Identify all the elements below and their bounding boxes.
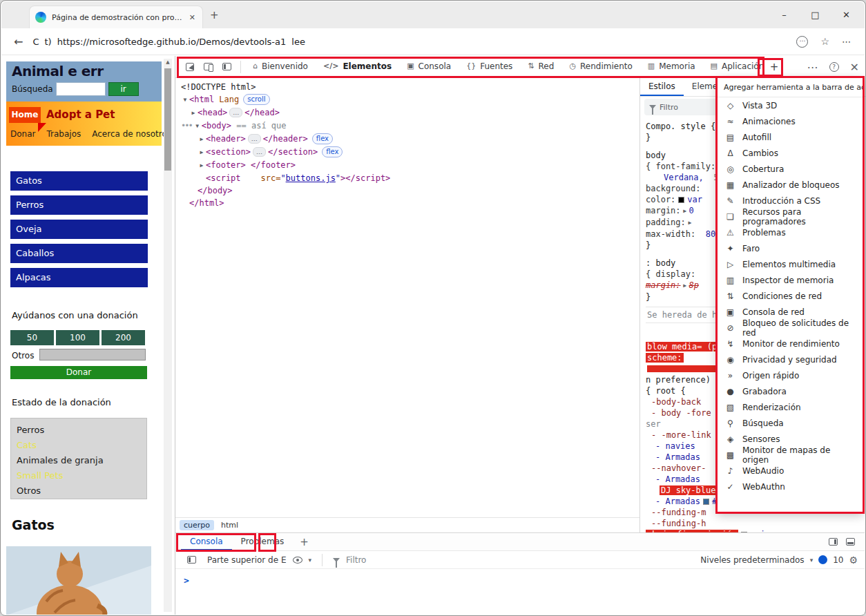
menu-item[interactable]: » Origen rápido	[717, 367, 863, 383]
donation-status-listbox[interactable]: PerrosCatsAnimales de granjaSmall PetsOt…	[10, 418, 147, 499]
site-info-icon[interactable]: t)	[44, 37, 51, 47]
devtools-tab[interactable]: ▥ Memoria	[640, 56, 703, 77]
animal-button[interactable]: Oveja	[10, 220, 148, 239]
animal-button[interactable]: Caballos	[10, 244, 148, 263]
url-text[interactable]: https://microsoftedge.github.io/Demos/de…	[57, 37, 287, 47]
menu-item[interactable]: ⇅ Condiciones de red	[717, 288, 863, 304]
menu-item[interactable]: ❏ Recursos para programadores	[717, 209, 863, 224]
devtools-close-icon[interactable]: ✕	[850, 61, 859, 74]
menu-item[interactable]: ▥ Inspector de memoria	[717, 272, 863, 288]
devtools-help-icon[interactable]: ?	[829, 62, 839, 72]
listbox-item[interactable]: Perros	[17, 423, 141, 438]
menu-item[interactable]: ⚠ Problemas	[717, 224, 863, 240]
console-settings-gear-icon[interactable]: ⚙	[849, 555, 858, 566]
log-levels-dropdown[interactable]: Niveles predeterminados	[700, 555, 804, 565]
donation-amount-button[interactable]: 50	[10, 330, 54, 345]
menu-item[interactable]: ▦ Analizador de bloqueos	[717, 177, 863, 193]
live-expression-eye-icon[interactable]	[293, 557, 302, 564]
listbox-item[interactable]: Small Pets	[17, 468, 141, 483]
devtools-more-icon[interactable]: ⋯	[807, 61, 818, 74]
menu-item[interactable]: ↯ Monitor de rendimiento	[717, 336, 863, 352]
menu-item[interactable]: ▷ Elementos multimedia	[717, 256, 863, 272]
devtools-tab[interactable]: ▣ Consola	[399, 56, 459, 77]
nav-link[interactable]: Donar	[10, 129, 35, 139]
scroll-up-icon[interactable]: ▲	[164, 59, 172, 66]
menu-item[interactable]: ◎ Cobertura	[717, 161, 863, 177]
donation-amount-button[interactable]: 100	[56, 330, 99, 345]
activity-bar-icon[interactable]	[222, 63, 231, 70]
expand-drawer-icon[interactable]	[846, 538, 855, 546]
minimize-button[interactable]: –	[769, 1, 800, 28]
devtools-tab[interactable]: ⌂ Bienvenido	[245, 56, 316, 77]
tab-close-icon[interactable]: ✕	[188, 12, 197, 23]
menu-item[interactable]: ● Grabadora	[717, 383, 863, 399]
donation-amount-button[interactable]: 200	[102, 330, 145, 345]
close-button[interactable]: ✕	[831, 1, 862, 28]
page-scrollbar[interactable]: ▲	[164, 59, 172, 612]
nav-adopt-link[interactable]: Adopt a Pet	[46, 108, 115, 121]
reload-icon[interactable]: C	[32, 37, 39, 47]
animal-button[interactable]: Perros	[10, 195, 148, 215]
issues-icon[interactable]	[818, 555, 827, 564]
menu-item[interactable]: ▧ Renderización	[717, 399, 863, 415]
device-emulation-icon[interactable]	[204, 63, 213, 70]
console-filter-label[interactable]: Filtro	[346, 555, 366, 565]
animal-button[interactable]: Alpacas	[10, 268, 148, 287]
browser-tab[interactable]: Página de demostración con problemas de …	[29, 6, 203, 28]
menu-item-icon: ⇅	[725, 291, 735, 301]
favorites-star-icon[interactable]: ☆	[820, 36, 829, 47]
drawer-add-tab-button[interactable]: +	[300, 536, 309, 548]
search-go-button[interactable]: ir	[108, 82, 139, 96]
nav-home-link[interactable]: Home	[9, 107, 41, 123]
console-sidebar-icon[interactable]	[187, 556, 196, 564]
maximize-button[interactable]: □	[800, 1, 831, 28]
back-icon[interactable]: ←	[14, 35, 23, 48]
drawer-tab[interactable]: Consola	[181, 533, 232, 550]
menu-item[interactable]: ◉ Privacidad y seguridad	[717, 352, 863, 367]
devtools-tab[interactable]: </> Elementos	[316, 56, 399, 77]
more-tools-button[interactable]: +	[767, 59, 782, 75]
scrollbar-thumb[interactable]	[164, 68, 171, 171]
devtools-tab[interactable]: {} Fuentes	[459, 56, 520, 77]
console-prompt[interactable]: >	[175, 569, 865, 586]
listbox-item[interactable]: Otros	[17, 483, 141, 499]
devtools-tab[interactable]: ◷ Rendimiento	[561, 56, 639, 77]
new-tab-button[interactable]: +	[210, 9, 219, 21]
breadcrumb-item-body[interactable]: cuerpo	[180, 520, 214, 530]
browser-menu-icon[interactable]: ⋯	[842, 37, 851, 47]
menu-item[interactable]: ⚲ Búsqueda	[717, 415, 863, 431]
search-input[interactable]	[56, 82, 106, 96]
drawer-tab[interactable]: Problemas	[232, 533, 294, 550]
address-bar[interactable]: ← C t) https://microsoftedge.github.io/D…	[1, 28, 865, 55]
donate-button[interactable]: Donar	[10, 366, 147, 379]
listbox-item[interactable]: Animales de granja	[17, 453, 141, 468]
styles-tab[interactable]: Estilos	[640, 78, 684, 96]
menu-item-icon: ❏	[725, 212, 735, 222]
animal-button-list: GatosPerrosOvejaCaballosAlpacas	[10, 171, 148, 287]
menu-item[interactable]: Δ Cambios	[717, 145, 863, 161]
dock-side-icon[interactable]	[829, 538, 838, 546]
breadcrumb-item-html[interactable]: html	[217, 520, 242, 530]
menu-item[interactable]: ✓ WebAuthn	[717, 479, 863, 494]
nav-link[interactable]: Trabajos	[46, 129, 81, 139]
animal-button[interactable]: Gatos	[10, 171, 148, 191]
issues-count[interactable]: 10	[833, 555, 843, 565]
menu-item[interactable]: ⊘ Bloqueo de solicitudes de red	[717, 320, 863, 336]
extensions-icon[interactable]: ⋯	[796, 36, 808, 48]
menu-item[interactable]: ▤ Autofill	[717, 129, 863, 145]
devtools-tab[interactable]: ⇅ Red	[520, 56, 561, 77]
devtools-tab[interactable]: ▤ Aplicación	[703, 56, 772, 77]
nav-link[interactable]: Acerca de nosotros	[92, 129, 171, 139]
read-aloud-label[interactable]: lee	[291, 37, 305, 47]
menu-item[interactable]: ≈ Animaciones	[717, 113, 863, 129]
menu-item[interactable]: ▩ Monitor de mapas de origen	[717, 447, 863, 463]
inspect-element-icon[interactable]	[186, 63, 194, 71]
menu-item[interactable]: ✦ Faro	[717, 240, 863, 256]
menu-item[interactable]: ♪ WebAudio	[717, 463, 863, 479]
other-amount-input[interactable]	[39, 349, 146, 360]
menu-item[interactable]: ◇ Vista 3D	[717, 97, 863, 113]
console-context-selector[interactable]: Parte superior de E	[207, 555, 287, 565]
dom-tree[interactable]: <!DOCTYPE html>▼<html Langscroll▶<head>……	[175, 78, 639, 517]
listbox-item[interactable]: Cats	[17, 438, 141, 453]
menu-item-icon: ▥	[725, 276, 735, 285]
